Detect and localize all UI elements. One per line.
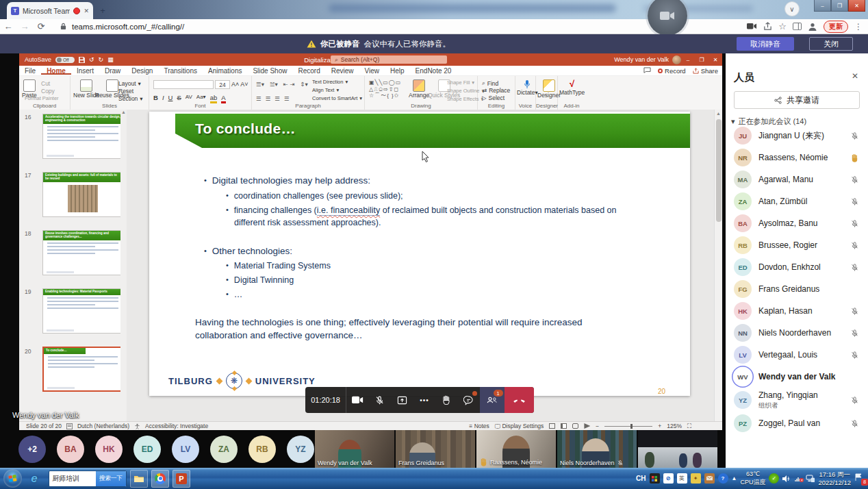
share-screen-button[interactable]	[391, 387, 413, 413]
normal-view-icon[interactable]	[549, 423, 555, 429]
menu-slideshow[interactable]: Slide Show	[247, 67, 292, 75]
sorter-view-icon[interactable]	[561, 423, 567, 429]
browser-tab-teams[interactable]: T Microsoft Teams ✕	[7, 2, 93, 19]
tray-help-icon[interactable]: ?	[718, 473, 728, 484]
window-chevron-button[interactable]: ∨	[784, 1, 800, 16]
reactions-button[interactable]	[458, 387, 481, 413]
menu-animations[interactable]: Animations	[203, 67, 247, 75]
convert-smartart-button[interactable]: Convert to SmartArt▾	[312, 95, 362, 101]
mic-muted-button[interactable]	[369, 387, 392, 413]
explorer-icon[interactable]	[130, 470, 148, 488]
numbering-button[interactable]: ☱▾	[270, 81, 278, 88]
tab-close-icon[interactable]: ✕	[84, 8, 89, 14]
highlight-button[interactable]: ab	[210, 94, 218, 103]
participant-avatar[interactable]: ZA	[210, 436, 238, 463]
designer-button[interactable]: Designer	[537, 79, 561, 99]
slide-canvas[interactable]: To conclude… Digital technologies may he…	[149, 112, 690, 396]
language-label[interactable]: Dutch (Netherlands)	[77, 423, 129, 429]
ie-icon[interactable]: e	[25, 470, 43, 488]
align-left-button[interactable]: ☰	[256, 95, 261, 102]
replace-button[interactable]: ⇄ Replace	[482, 87, 510, 94]
menu-help[interactable]: Help	[385, 67, 410, 75]
powerpoint-taskbar-icon[interactable]: P	[173, 470, 190, 488]
bullets-button[interactable]: ☰▾	[256, 81, 264, 88]
volume-icon[interactable]	[782, 475, 791, 482]
video-tile-room[interactable]	[638, 430, 717, 468]
menu-home[interactable]: Home	[41, 67, 71, 75]
zoom-level[interactable]: 125%	[667, 423, 682, 429]
language-indicator[interactable]: CH	[636, 475, 646, 482]
ppt-minimize-button[interactable]: –	[681, 53, 695, 66]
more-actions-button[interactable]: •••	[413, 387, 436, 413]
thumbnail-scrollbar[interactable]: ▲	[120, 110, 127, 421]
menu-file[interactable]: File	[19, 67, 41, 75]
align-right-button[interactable]: ☰	[275, 95, 280, 102]
menu-review[interactable]: Review	[326, 67, 359, 75]
cut-button[interactable]: Cut	[41, 80, 50, 87]
tray-mail-icon[interactable]	[704, 473, 715, 484]
close-button[interactable]: ✕	[848, 0, 865, 12]
video-tile-neomie[interactable]: Raassens, Néomie	[476, 430, 556, 468]
fit-slide-button[interactable]: ⛶	[687, 423, 691, 430]
participant-avatar[interactable]: LV	[172, 436, 199, 463]
menu-draw[interactable]: Draw	[99, 67, 126, 75]
format-painter-button[interactable]: Format Painter	[25, 95, 59, 101]
share-button[interactable]: Share	[693, 67, 718, 75]
menu-transitions[interactable]: Transitions	[158, 67, 203, 75]
minimize-button[interactable]: –	[814, 0, 831, 12]
underline-button[interactable]: U	[168, 94, 173, 103]
menu-insert[interactable]: Insert	[71, 67, 99, 75]
layout-button[interactable]: Layout▾	[118, 80, 141, 87]
ime-grid-icon[interactable]	[650, 473, 660, 484]
font-size-box[interactable]: 24	[215, 80, 230, 89]
new-tab-button[interactable]: +	[97, 5, 108, 16]
font-color-button[interactable]: A	[221, 94, 225, 103]
participant-avatar[interactable]: YZ	[287, 436, 314, 463]
participant-avatar[interactable]: ED	[133, 436, 161, 463]
video-tile-frans[interactable]: Frans Greidanus	[396, 430, 475, 468]
font-name-box[interactable]	[153, 80, 214, 89]
ppt-search-box[interactable]: ⌕ Search (Alt+Q)	[331, 55, 447, 64]
participant-avatar[interactable]: RB	[248, 436, 276, 463]
tray-app-icon[interactable]: ✦	[691, 473, 701, 484]
slideshow-view-icon[interactable]	[584, 423, 590, 429]
participant-row[interactable]: MA Agarwal, Manu	[726, 168, 868, 190]
menu-endnote[interactable]: EndNote 20	[410, 67, 457, 75]
menu-view[interactable]: View	[359, 67, 385, 75]
people-button-active[interactable]: 1	[480, 387, 504, 413]
participant-row[interactable]: NN Niels Noorderhaven	[726, 322, 868, 344]
align-center-button[interactable]: ☰	[266, 95, 271, 102]
participant-row[interactable]: LV Vertegaal, Louis	[726, 344, 868, 366]
notes-toggle[interactable]: ≡ Notes	[469, 423, 489, 429]
participant-row[interactable]: HK Kaplan, Hasan	[726, 300, 868, 322]
ime-disabled-icon[interactable]: ⊘	[663, 473, 674, 484]
char-spacing-button[interactable]: AV	[186, 94, 192, 103]
display-settings[interactable]: 🖵 Display Settings	[495, 423, 544, 430]
change-case-button[interactable]: Aa▾	[196, 94, 206, 103]
zoom-in-button[interactable]: +	[658, 423, 661, 429]
record-button[interactable]: Record	[658, 67, 686, 75]
forward-icon[interactable]: →	[16, 21, 33, 32]
panel-close-icon[interactable]: ✕	[852, 71, 858, 81]
indent-buttons[interactable]: ⇤ ⇥	[283, 81, 295, 88]
grow-shrink-font[interactable]: A˄ A˅	[231, 81, 248, 88]
participant-avatar[interactable]: HK	[95, 436, 123, 463]
restore-button[interactable]: ❐	[831, 0, 848, 12]
taskbar-search-band[interactable]: 厨师培训 搜索一下	[49, 471, 127, 487]
camera-button[interactable]	[346, 387, 369, 413]
dictate-button[interactable]: Dictate▾	[517, 79, 538, 97]
taskbar-search-input[interactable]: 厨师培训	[49, 474, 96, 484]
network-pc-icon[interactable]	[806, 475, 815, 482]
chrome-icon[interactable]	[151, 470, 169, 488]
browser-menu-icon[interactable]: ⋮	[854, 22, 863, 32]
action-center-flag-icon[interactable]: 8	[854, 473, 865, 484]
main-scrollbar[interactable]: ▲	[714, 110, 722, 421]
participant-avatar[interactable]: BA	[57, 436, 84, 463]
mathtype-button[interactable]: √MathType	[559, 79, 585, 97]
video-tile-niels[interactable]: Niels Noorderhaven	[557, 430, 637, 468]
account-info[interactable]: Wendy van der Valk	[614, 55, 681, 64]
raise-hand-button[interactable]	[435, 387, 458, 413]
undo-icon[interactable]: ↺	[89, 56, 94, 63]
bold-button[interactable]: B	[153, 94, 158, 103]
participant-row[interactable]: JU Jiangnan U (来宾)	[726, 125, 868, 147]
